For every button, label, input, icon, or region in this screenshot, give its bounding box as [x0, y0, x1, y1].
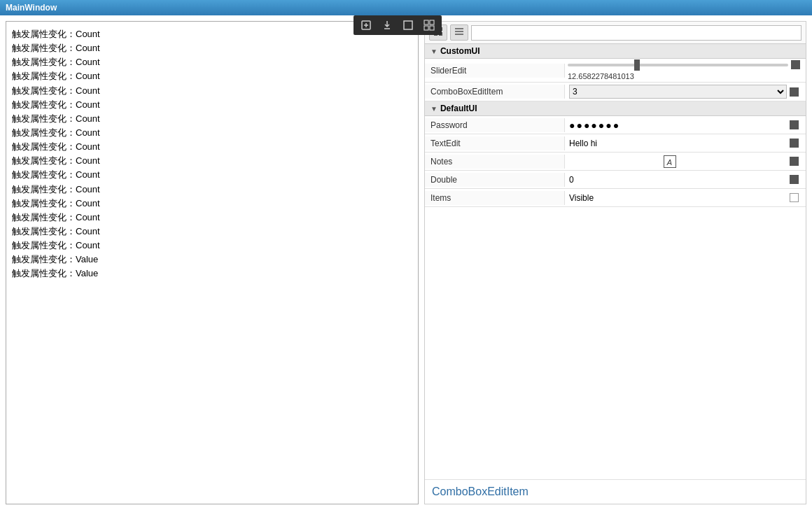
log-line: 触发属性变化：Count	[12, 211, 412, 225]
log-line: 触发属性变化：Count	[12, 55, 412, 69]
select-tool-button[interactable]	[358, 18, 374, 32]
svg-rect-2	[424, 20, 428, 24]
pin-tool-button[interactable]	[379, 18, 396, 32]
prop-text-value: Hello hi	[569, 139, 597, 148]
notes-icon[interactable]: A	[664, 155, 676, 168]
log-line: 触发属性变化：Count	[12, 27, 412, 41]
prop-checkbox[interactable]	[790, 139, 799, 148]
prop-row-items: ItemsVisible	[425, 189, 806, 207]
log-line: 触发属性变化：Count	[12, 126, 412, 140]
prop-checkbox[interactable]	[790, 175, 799, 184]
prop-row-password: Password●●●●●●●	[425, 116, 806, 134]
log-line: 触发属性变化：Count	[12, 225, 412, 239]
title-bar: MainWindow	[0, 0, 812, 15]
prop-label: ComboBoxEditItem	[425, 85, 565, 99]
svg-rect-3	[430, 20, 434, 24]
property-list: ▼ CustomUISliderEdit12.6582278481013Comb…	[425, 44, 806, 479]
slider-thumb	[634, 59, 640, 71]
log-line: 触发属性变化：Count	[12, 69, 412, 83]
section-header-defaultui[interactable]: ▼ DefaultUI	[425, 101, 806, 116]
grid-tool-button[interactable]	[421, 18, 438, 32]
prop-label: SliderEdit	[425, 64, 565, 78]
log-line: 触发属性变化：Count	[12, 41, 412, 55]
slider-track[interactable]	[568, 64, 788, 66]
title-label: MainWindow	[6, 3, 57, 13]
prop-checkbox-empty[interactable]	[790, 193, 799, 202]
prop-value-password: ●●●●●●●	[565, 118, 806, 133]
log-line: 触发属性变化：Count	[12, 112, 412, 126]
prop-checkbox[interactable]	[790, 157, 799, 166]
password-dots: ●●●●●●●	[569, 120, 620, 131]
prop-row-slideredit: SliderEdit12.6582278481013	[425, 59, 806, 83]
property-panel: ▼ CustomUISliderEdit12.6582278481013Comb…	[424, 21, 806, 504]
prop-value-slideredit[interactable]: 12.6582278481013	[565, 59, 806, 82]
slider-value-text: 12.6582278481013	[568, 72, 803, 80]
list-view-button[interactable]	[450, 24, 468, 41]
prop-text-value: 0	[569, 175, 574, 185]
log-line: 触发属性变化：Count	[12, 183, 412, 197]
property-search-input[interactable]	[471, 25, 802, 41]
log-line: 触发属性变化：Count	[12, 197, 412, 211]
prop-checkbox[interactable]	[790, 120, 799, 129]
log-line: 触发属性变化：Value	[12, 253, 412, 267]
prop-value-notes[interactable]: A	[565, 153, 806, 170]
prop-label: Double	[425, 173, 565, 187]
prop-label: Password	[425, 118, 565, 132]
log-line: 触发属性变化：Count	[12, 154, 412, 168]
svg-rect-4	[424, 26, 428, 30]
property-toolbar	[425, 22, 806, 44]
prop-value-comboboxedititem[interactable]: 1234	[565, 83, 806, 101]
square-tool-button[interactable]	[400, 18, 416, 32]
prop-value-textedit: Hello hi	[565, 136, 806, 150]
svg-rect-1	[404, 21, 412, 29]
prop-row-textedit: TextEditHello hi	[425, 134, 806, 153]
prop-checkbox[interactable]	[790, 87, 799, 97]
prop-label: TextEdit	[425, 136, 565, 150]
svg-rect-5	[430, 26, 434, 30]
prop-row-comboboxedititem: ComboBoxEditItem1234	[425, 83, 806, 101]
log-line: 触发属性变化：Count	[12, 140, 412, 154]
prop-value-double: 0	[565, 173, 806, 187]
log-line: 触发属性变化：Count	[12, 98, 412, 112]
prop-row-double: Double0	[425, 171, 806, 189]
prop-label: Notes	[425, 155, 565, 169]
bottom-selected-label: ComboBoxEditItem	[425, 479, 806, 504]
prop-text-value: Visible	[569, 193, 594, 203]
prop-label: Items	[425, 191, 565, 205]
collapse-icon: ▼	[430, 48, 438, 55]
log-line: 触发属性变化：Count	[12, 168, 412, 182]
log-line: 触发属性变化：Count	[12, 239, 412, 253]
log-line: 触发属性变化：Count	[12, 84, 412, 98]
prop-value-items: Visible	[565, 191, 806, 205]
log-line: 触发属性变化：Value	[12, 267, 412, 281]
floating-toolbar	[354, 15, 442, 35]
combo-select[interactable]: 1234	[569, 85, 787, 99]
prop-row-notes: NotesA	[425, 153, 806, 171]
log-panel: 触发属性变化：Count触发属性变化：Count触发属性变化：Count触发属性…	[6, 21, 419, 504]
prop-checkbox[interactable]	[791, 60, 800, 69]
section-header-customui[interactable]: ▼ CustomUI	[425, 44, 806, 59]
collapse-icon: ▼	[430, 105, 438, 113]
